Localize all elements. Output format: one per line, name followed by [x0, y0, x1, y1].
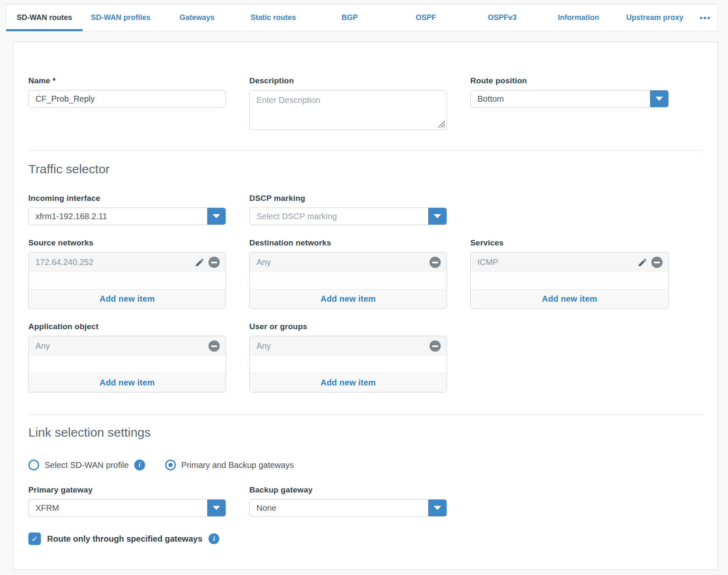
chevron-down-icon[interactable] — [428, 500, 447, 516]
route-position-select[interactable]: Bottom — [470, 90, 669, 108]
add-new-item-button[interactable]: Add new item — [29, 373, 226, 392]
radio-group-sdwan-profile: Select SD-WAN profile i — [28, 460, 145, 470]
chevron-down-icon[interactable] — [428, 208, 447, 225]
tab-label: BGP — [341, 13, 358, 22]
tab-static-routes[interactable]: Static routes — [235, 5, 311, 31]
listbox-filler — [250, 356, 447, 373]
listbox-filler — [29, 356, 226, 373]
listbox-filler — [29, 272, 226, 289]
services-box: ICMP Add new item — [470, 252, 669, 309]
checkmark-icon: ✓ — [31, 535, 38, 543]
traffic-selector-heading: Traffic selector — [28, 162, 703, 176]
application-object-group: Application object Any Add new item — [28, 322, 226, 392]
link-selection-heading: Link selection settings — [28, 425, 703, 440]
list-item: Any — [29, 336, 226, 356]
route-position-field-group: Route position Bottom — [470, 76, 669, 132]
backup-gateway-field-group: Backup gateway None — [249, 485, 447, 517]
radio-group-primary-backup: Primary and Backup gateways — [165, 460, 294, 470]
tab-label: SD-WAN routes — [17, 13, 72, 22]
info-icon[interactable]: i — [208, 533, 219, 544]
user-or-groups-label: User or groups — [249, 322, 447, 331]
destination-networks-label: Destination networks — [249, 238, 447, 248]
route-only-checkbox[interactable]: ✓ — [28, 532, 41, 545]
list-item-text: 172.64.240.252 — [35, 258, 194, 267]
ellipsis-icon: ••• — [700, 14, 711, 22]
route-position-label: Route position — [470, 76, 669, 85]
divider — [28, 150, 703, 150]
list-item-text: ICMP — [477, 258, 637, 267]
tab-label: OSPF — [416, 13, 436, 22]
add-new-item-button[interactable]: Add new item — [250, 373, 447, 392]
backup-gateway-value: None — [250, 500, 428, 516]
incoming-interface-select[interactable]: xfrm1-192.168.2.11 — [28, 208, 226, 225]
tab-label: Static routes — [251, 13, 296, 22]
tab-upstream-proxy[interactable]: Upstream proxy — [617, 5, 693, 31]
remove-icon[interactable] — [208, 340, 220, 352]
edit-icon[interactable] — [194, 257, 205, 268]
tab-bgp[interactable]: BGP — [311, 5, 388, 31]
remove-icon[interactable] — [429, 257, 441, 268]
primary-gateway-value: XFRM — [29, 500, 207, 516]
tab-gateways[interactable]: Gateways — [159, 5, 235, 31]
list-item-text: Any — [256, 258, 429, 267]
application-object-label: Application object — [28, 322, 226, 331]
source-networks-label: Source networks — [28, 238, 226, 248]
tab-ospfv3[interactable]: OSPFv3 — [464, 5, 540, 31]
primary-gateway-field-group: Primary gateway XFRM — [28, 485, 226, 517]
tab-label: OSPFv3 — [488, 13, 517, 22]
radio-primary-backup-gateways[interactable] — [165, 460, 176, 470]
list-item: ICMP — [471, 252, 668, 272]
more-tabs-button[interactable]: ••• — [693, 5, 718, 31]
list-item: Any — [250, 252, 447, 272]
tab-label: Gateways — [179, 13, 214, 22]
remove-icon[interactable] — [429, 340, 441, 352]
services-group: Services ICMP Add new item — [470, 238, 669, 309]
description-textarea[interactable] — [249, 90, 447, 130]
list-item: Any — [250, 336, 447, 356]
tab-label: Upstream proxy — [626, 13, 683, 22]
remove-icon[interactable] — [651, 257, 663, 268]
destination-networks-group: Destination networks Any Add new item — [249, 238, 447, 309]
remove-icon[interactable] — [208, 257, 220, 268]
dscp-marking-placeholder: Select DSCP marking — [250, 208, 428, 225]
incoming-interface-field-group: Incoming interface xfrm1-192.168.2.11 — [28, 194, 226, 225]
tab-sdwan-profiles[interactable]: SD-WAN profiles — [83, 5, 159, 31]
primary-gateway-select[interactable]: XFRM — [28, 499, 226, 517]
primary-gateway-label: Primary gateway — [28, 485, 226, 495]
source-networks-group: Source networks 172.64.240.252 Add new i… — [28, 238, 226, 309]
tab-sdwan-routes[interactable]: SD-WAN routes — [6, 5, 83, 31]
tab-ospf[interactable]: OSPF — [388, 5, 464, 31]
list-item-text: Any — [35, 341, 208, 351]
chevron-down-icon[interactable] — [207, 500, 226, 516]
divider — [28, 414, 703, 415]
edit-icon[interactable] — [637, 257, 648, 268]
tab-information[interactable]: Information — [540, 5, 617, 31]
add-new-item-button[interactable]: Add new item — [29, 289, 226, 308]
route-position-value: Bottom — [471, 90, 650, 107]
description-label: Description — [249, 76, 447, 85]
radio-label: Select SD-WAN profile — [45, 460, 129, 470]
add-new-item-button[interactable]: Add new item — [250, 289, 447, 308]
destination-networks-box: Any Add new item — [249, 252, 447, 309]
tab-bar: SD-WAN routes SD-WAN profiles Gateways S… — [6, 4, 718, 31]
backup-gateway-select[interactable]: None — [249, 499, 447, 517]
incoming-interface-value: xfrm1-192.168.2.11 — [29, 208, 207, 225]
tab-label: SD-WAN profiles — [91, 13, 151, 22]
listbox-filler — [471, 272, 668, 289]
incoming-interface-label: Incoming interface — [28, 194, 226, 203]
user-or-groups-box: Any Add new item — [249, 336, 447, 392]
radio-select-sdwan-profile[interactable] — [28, 460, 39, 470]
chevron-down-icon[interactable] — [207, 208, 226, 225]
name-field-group: Name * — [28, 76, 226, 132]
radio-label: Primary and Backup gateways — [181, 460, 294, 470]
application-object-box: Any Add new item — [28, 336, 226, 392]
name-input[interactable] — [28, 90, 226, 108]
info-icon[interactable]: i — [134, 460, 145, 470]
dscp-marking-select[interactable]: Select DSCP marking — [249, 208, 447, 225]
list-item-text: Any — [256, 341, 429, 351]
chevron-down-icon[interactable] — [650, 90, 668, 107]
tab-label: Information — [558, 13, 599, 22]
add-new-item-button[interactable]: Add new item — [471, 289, 668, 308]
dscp-marking-field-group: DSCP marking Select DSCP marking — [249, 194, 447, 225]
source-networks-box: 172.64.240.252 Add new item — [28, 252, 226, 309]
